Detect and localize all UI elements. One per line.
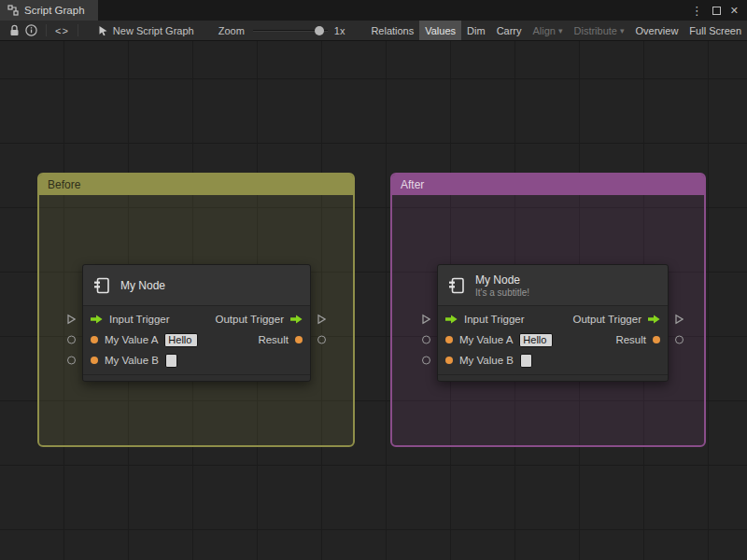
port-row-value-a: My Value A Result [83,329,310,350]
port-row-trigger: Input Trigger Output Trigger [438,309,668,329]
value-input-port-icon[interactable] [91,357,98,364]
outer-value-input-port[interactable] [67,336,76,344]
flow-output-port-icon[interactable] [290,315,303,324]
value-b-input-field[interactable] [520,354,532,368]
tab-label: Script Graph [24,5,85,16]
align-button[interactable]: Align ▾ [528,21,569,41]
node-title: My Node [475,273,529,287]
maximize-icon[interactable] [712,7,721,15]
fullscreen-button[interactable]: Full Screen [684,21,747,41]
node-footer [83,374,310,381]
graph-name-breadcrumb[interactable]: New Script Graph [113,25,194,36]
node-my-node-before[interactable]: My Node Input Trigger Output Trigger [82,264,311,382]
toolbar-divider [46,24,47,36]
window-controls: ⋮ ✕ [691,0,747,21]
toolbar-button-group: Relations Values Dim Carry Align ▾ Distr… [365,21,747,41]
value-output-port-icon[interactable] [653,336,660,343]
outer-flow-output-port[interactable] [675,315,684,325]
outer-value-input-port[interactable] [422,357,430,365]
group-header-before[interactable]: Before [39,175,353,195]
my-value-b-label: My Value B [459,355,514,366]
close-icon[interactable]: ✕ [730,6,739,16]
node-footer [438,374,668,381]
distribute-button[interactable]: Distribute ▾ [569,21,630,41]
overview-button[interactable]: Overview [630,21,684,41]
info-icon[interactable] [22,21,39,41]
node-header[interactable]: My Node [83,265,310,306]
align-button-label: Align [533,25,556,36]
zoom-value: 1x [334,25,345,36]
flow-input-port-icon[interactable] [91,315,103,324]
toolbar-divider [78,24,78,36]
output-trigger-label: Output Trigger [215,314,284,325]
output-trigger-label: Output Trigger [572,314,641,325]
distribute-button-label: Distribute [574,25,617,36]
titlebar-spacer [98,0,691,21]
chevron-down-icon: ▾ [620,26,625,35]
values-button[interactable]: Values [419,21,461,41]
value-a-input-field[interactable] [164,333,198,347]
edit-script-icon[interactable]: <> [55,25,69,36]
outer-value-output-port[interactable] [675,336,684,344]
node-subtitle: It's a subtitle! [475,287,529,298]
node-icon [448,276,467,295]
value-output-port-icon[interactable] [295,336,303,343]
outer-flow-input-port[interactable] [422,315,430,325]
value-input-port-icon[interactable] [445,336,453,343]
lock-icon[interactable] [6,21,22,41]
outer-flow-output-port[interactable] [317,315,326,325]
port-row-value-b: My Value B [438,350,668,371]
relations-button[interactable]: Relations [365,21,419,41]
value-input-port-icon[interactable] [445,357,453,364]
graph-pointer-icon [98,21,108,41]
node-port-rows: Input Trigger Output Trigger My Value A [83,306,310,374]
flow-input-port-icon[interactable] [445,315,458,324]
result-label: Result [615,334,646,345]
outer-value-output-port[interactable] [317,336,326,344]
zoom-label: Zoom [218,25,245,36]
flow-output-port-icon[interactable] [648,315,660,324]
value-b-input-field[interactable] [165,354,177,368]
carry-button[interactable]: Carry [491,21,528,41]
tab-script-graph[interactable]: Script Graph [0,0,98,21]
group-header-after[interactable]: After [392,175,704,195]
my-value-b-label: My Value B [105,355,159,366]
port-row-value-b: My Value B [83,350,310,371]
node-icon [93,276,112,295]
chevron-down-icon: ▾ [558,26,563,35]
port-row-trigger: Input Trigger Output Trigger [83,309,310,329]
outer-value-input-port[interactable] [67,357,76,365]
my-value-a-label: My Value A [105,334,158,345]
result-label: Result [258,334,289,345]
node-my-node-after[interactable]: My Node It's a subtitle! Input Trigger O… [437,264,669,382]
kebab-menu-icon[interactable]: ⋮ [691,5,703,17]
value-a-input-field[interactable] [519,333,553,347]
input-trigger-label: Input Trigger [464,314,525,325]
input-trigger-label: Input Trigger [109,314,170,325]
value-input-port-icon[interactable] [91,336,98,343]
my-value-a-label: My Value A [459,334,513,345]
graph-toolbar: <> New Script Graph Zoom 1x Relations Va… [0,21,747,41]
node-port-rows: Input Trigger Output Trigger My Value A [438,306,668,374]
zoom-slider-handle[interactable] [315,26,324,35]
port-row-value-a: My Value A Result [438,329,668,350]
node-title: My Node [120,279,165,292]
outer-value-input-port[interactable] [422,336,430,344]
script-graph-icon [7,0,19,21]
dim-button[interactable]: Dim [461,21,491,41]
zoom-slider[interactable] [253,21,328,41]
node-header[interactable]: My Node It's a subtitle! [438,265,668,306]
graph-canvas[interactable]: Before After My Node Input Trigger [0,41,747,560]
outer-flow-input-port[interactable] [67,315,76,325]
titlebar: Script Graph ⋮ ✕ [0,0,747,21]
